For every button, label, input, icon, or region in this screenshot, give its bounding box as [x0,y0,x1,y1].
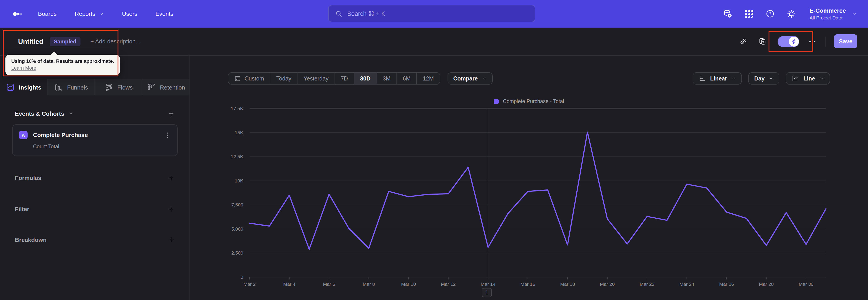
flows-icon [104,83,113,92]
more-options-icon[interactable] [808,37,816,46]
svg-text:Mar 22: Mar 22 [640,281,654,287]
chevron-down-icon [851,11,857,17]
content-area: Insights Funnels Flows Retention Events [0,56,868,300]
svg-text:Mar 2: Mar 2 [243,281,256,287]
range-button-6m[interactable]: 6M [397,73,417,84]
title-bar-actions: Save [739,34,857,49]
events-cohorts-label[interactable]: Events & Cohorts [15,110,74,117]
range-button-12m[interactable]: 12M [417,73,440,84]
data-management-icon[interactable] [723,9,733,19]
mixpanel-logo-icon[interactable] [11,9,24,18]
divider [826,36,826,46]
copy-link-icon[interactable] [739,37,748,46]
line-dropdown[interactable]: Line [786,72,830,85]
legend-swatch [494,99,499,104]
app-window: Boards Reports Users Events Search ⌘ + K… [0,0,868,300]
filter-label: Filter [15,206,29,212]
tab-flows[interactable]: Flows [95,79,143,95]
svg-text:12.5K: 12.5K [231,154,243,159]
svg-text:Mar 24: Mar 24 [680,281,694,287]
toggle-knob [789,36,799,46]
svg-text:7,500: 7,500 [231,202,243,207]
sampling-tooltip: Using 10% of data. Results are approxima… [5,55,120,75]
event-card-row: A Complete Purchase [19,131,171,139]
search-input[interactable]: Search ⌘ + K [328,5,535,22]
axis-icon [699,74,706,82]
linear-dropdown[interactable]: Linear [692,72,742,85]
nav-item-events[interactable]: Events [155,10,174,17]
day-dropdown[interactable]: Day [748,72,780,85]
compare-button[interactable]: Compare [447,72,493,85]
kebab-menu-icon[interactable] [164,131,171,139]
svg-text:?: ? [769,11,772,16]
add-filter-button[interactable] [168,206,175,212]
chart-controls: CustomTodayYesterday7D30D3M6M12M Compare… [190,72,868,85]
svg-text:Mar 26: Mar 26 [719,281,734,287]
tab-insights[interactable]: Insights [0,79,48,95]
svg-text:10K: 10K [235,178,243,183]
range-button-30d[interactable]: 30D [354,73,377,84]
section-formulas: Formulas [15,173,175,182]
add-breakdown-button[interactable] [168,236,175,243]
svg-text:Mar 14: Mar 14 [480,281,495,287]
funnels-icon [54,83,63,92]
settings-gear-icon[interactable] [786,9,796,19]
pagination-page-1[interactable]: 1 [482,288,492,297]
event-card-complete-purchase[interactable]: A Complete Purchase Count Total [12,124,178,156]
calendar-icon [234,75,241,82]
nav-item-reports[interactable]: Reports [74,10,104,17]
nav-item-boards[interactable]: Boards [38,10,57,17]
tab-funnels[interactable]: Funnels [48,79,95,95]
chart-legend: Complete Purchase - Total [190,98,868,104]
svg-text:2,500: 2,500 [231,250,243,256]
top-nav: Boards Reports Users Events Search ⌘ + K… [0,0,868,28]
formulas-label: Formulas [15,174,41,181]
svg-text:Mar 6: Mar 6 [323,281,335,287]
range-button-3m[interactable]: 3M [377,73,397,84]
chevron-down-icon [731,76,736,81]
view-options-group: LinearDayLine [692,72,830,85]
line-chart[interactable]: 02,5005,0007,50010K12.5K15K17.5KMar 2Mar… [190,56,868,300]
apps-grid-icon[interactable] [744,9,754,19]
add-description-field[interactable]: + Add description... [90,38,141,45]
report-type-tabs: Insights Funnels Flows Retention [0,79,189,95]
svg-text:Mar 16: Mar 16 [520,281,535,287]
range-button-custom[interactable]: Custom [228,73,270,84]
svg-text:Mar 30: Mar 30 [799,281,813,287]
sampled-badge[interactable]: Sampled [50,37,81,46]
chevron-down-icon [68,111,74,116]
range-button-yesterday[interactable]: Yesterday [298,73,335,84]
learn-more-link[interactable]: Learn More [11,65,36,70]
report-title[interactable]: Untitled [18,37,43,45]
save-button[interactable]: Save [834,34,857,49]
insights-icon [6,83,15,92]
event-aggregation[interactable]: Count Total [33,144,171,149]
svg-text:Mar 12: Mar 12 [441,281,456,287]
sampling-toggle[interactable] [778,36,799,47]
project-selector[interactable]: E-Commerce All Project Data [810,7,857,20]
retention-icon [147,83,156,92]
svg-text:Mar 18: Mar 18 [560,281,575,287]
svg-text:Mar 4: Mar 4 [283,281,296,287]
date-range-segmented-control: CustomTodayYesterday7D30D3M6M12M [228,72,440,85]
tab-retention[interactable]: Retention [143,79,189,95]
search-icon [335,10,343,18]
help-icon[interactable]: ? [765,9,775,19]
add-event-button[interactable] [168,110,175,117]
event-name: Complete Purchase [33,131,158,138]
chevron-down-icon [98,11,104,17]
section-breakdown: Breakdown [15,235,175,244]
add-to-board-icon[interactable] [758,37,767,46]
nav-right-group: ? E-Commerce All Project Data [723,7,857,20]
project-scope: All Project Data [810,15,846,20]
svg-text:Mar 20: Mar 20 [600,281,615,287]
range-button-7d[interactable]: 7D [335,73,354,84]
svg-text:0: 0 [241,274,243,280]
add-formula-button[interactable] [168,174,175,181]
breakdown-label: Breakdown [15,236,46,243]
chevron-down-icon [482,76,487,81]
sampling-tooltip-text: Using 10% of data. Results are approxima… [11,58,114,64]
nav-item-users[interactable]: Users [122,10,137,17]
range-button-today[interactable]: Today [270,73,298,84]
svg-text:5,000: 5,000 [231,226,243,232]
